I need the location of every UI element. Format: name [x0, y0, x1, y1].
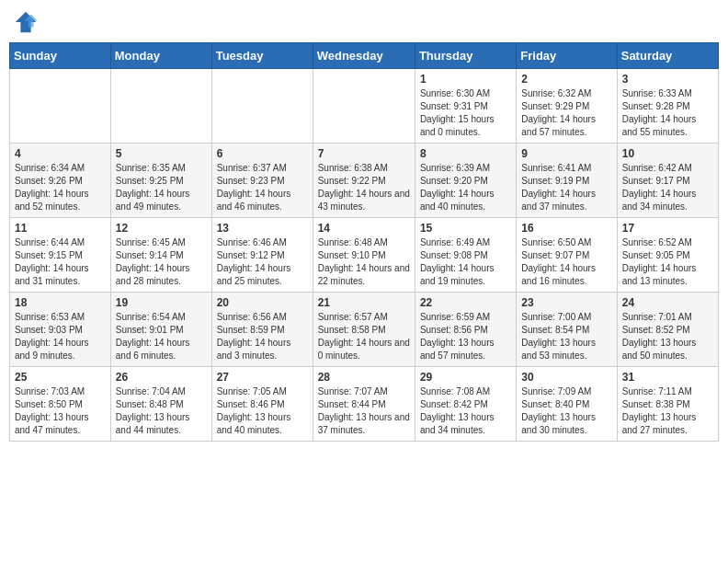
- day-info: Sunrise: 6:54 AM Sunset: 9:01 PM Dayligh…: [116, 311, 207, 362]
- day-number: 30: [521, 371, 611, 384]
- calendar-cell: 11Sunrise: 6:44 AM Sunset: 9:15 PM Dayli…: [10, 218, 111, 293]
- calendar-cell: 20Sunrise: 6:56 AM Sunset: 8:59 PM Dayli…: [211, 293, 313, 367]
- calendar-cell: 8Sunrise: 6:39 AM Sunset: 9:20 PM Daylig…: [415, 144, 516, 218]
- page-header: [9, 9, 719, 35]
- logo-icon: [13, 9, 39, 35]
- day-info: Sunrise: 7:05 AM Sunset: 8:46 PM Dayligh…: [217, 385, 308, 437]
- calendar-cell: 7Sunrise: 6:38 AM Sunset: 9:22 PM Daylig…: [313, 144, 415, 218]
- day-info: Sunrise: 6:37 AM Sunset: 9:23 PM Dayligh…: [217, 162, 308, 213]
- calendar-week-1: 1Sunrise: 6:30 AM Sunset: 9:31 PM Daylig…: [10, 69, 719, 144]
- day-info: Sunrise: 7:07 AM Sunset: 8:44 PM Dayligh…: [318, 385, 410, 437]
- calendar-cell: 14Sunrise: 6:48 AM Sunset: 9:10 PM Dayli…: [313, 218, 415, 293]
- day-number: 26: [116, 371, 207, 384]
- day-number: 3: [622, 73, 713, 86]
- calendar-week-2: 4Sunrise: 6:34 AM Sunset: 9:26 PM Daylig…: [10, 144, 719, 218]
- day-info: Sunrise: 7:00 AM Sunset: 8:54 PM Dayligh…: [521, 311, 611, 362]
- day-number: 21: [318, 296, 410, 309]
- calendar-week-5: 25Sunrise: 7:03 AM Sunset: 8:50 PM Dayli…: [10, 367, 719, 442]
- day-info: Sunrise: 6:39 AM Sunset: 9:20 PM Dayligh…: [420, 162, 511, 213]
- calendar-cell: 2Sunrise: 6:32 AM Sunset: 9:29 PM Daylig…: [517, 69, 617, 144]
- day-info: Sunrise: 6:50 AM Sunset: 9:07 PM Dayligh…: [521, 236, 611, 288]
- day-number: 18: [15, 296, 106, 309]
- calendar-week-4: 18Sunrise: 6:53 AM Sunset: 9:03 PM Dayli…: [10, 293, 719, 367]
- calendar-cell: 3Sunrise: 6:33 AM Sunset: 9:28 PM Daylig…: [617, 69, 718, 144]
- day-info: Sunrise: 6:42 AM Sunset: 9:17 PM Dayligh…: [622, 162, 713, 213]
- calendar-header: SundayMondayTuesdayWednesdayThursdayFrid…: [10, 43, 719, 69]
- calendar-cell: 19Sunrise: 6:54 AM Sunset: 9:01 PM Dayli…: [110, 293, 211, 367]
- logo: [13, 9, 42, 35]
- calendar-cell: 25Sunrise: 7:03 AM Sunset: 8:50 PM Dayli…: [10, 367, 111, 442]
- calendar-table: SundayMondayTuesdayWednesdayThursdayFrid…: [9, 42, 719, 442]
- calendar-cell: 30Sunrise: 7:09 AM Sunset: 8:40 PM Dayli…: [517, 367, 617, 442]
- day-info: Sunrise: 6:34 AM Sunset: 9:26 PM Dayligh…: [15, 162, 106, 213]
- day-info: Sunrise: 6:53 AM Sunset: 9:03 PM Dayligh…: [15, 311, 106, 362]
- calendar-cell: 15Sunrise: 6:49 AM Sunset: 9:08 PM Dayli…: [415, 218, 516, 293]
- day-number: 19: [116, 296, 207, 309]
- day-info: Sunrise: 6:30 AM Sunset: 9:31 PM Dayligh…: [420, 87, 511, 139]
- day-info: Sunrise: 6:59 AM Sunset: 8:56 PM Dayligh…: [420, 311, 511, 362]
- day-number: 25: [15, 371, 106, 384]
- day-number: 4: [15, 147, 106, 160]
- day-info: Sunrise: 6:35 AM Sunset: 9:25 PM Dayligh…: [116, 162, 207, 213]
- day-info: Sunrise: 7:11 AM Sunset: 8:38 PM Dayligh…: [622, 385, 713, 437]
- calendar-cell: 22Sunrise: 6:59 AM Sunset: 8:56 PM Dayli…: [415, 293, 516, 367]
- day-info: Sunrise: 6:52 AM Sunset: 9:05 PM Dayligh…: [622, 236, 713, 288]
- calendar-cell: 26Sunrise: 7:04 AM Sunset: 8:48 PM Dayli…: [110, 367, 211, 442]
- day-info: Sunrise: 6:33 AM Sunset: 9:28 PM Dayligh…: [622, 87, 713, 139]
- day-of-week-friday: Friday: [517, 43, 617, 69]
- day-number: 7: [318, 147, 410, 160]
- calendar-cell: 21Sunrise: 6:57 AM Sunset: 8:58 PM Dayli…: [313, 293, 415, 367]
- day-number: 20: [217, 296, 308, 309]
- calendar-cell: [10, 69, 111, 144]
- calendar-cell: 23Sunrise: 7:00 AM Sunset: 8:54 PM Dayli…: [517, 293, 617, 367]
- day-number: 6: [217, 147, 308, 160]
- calendar-cell: 6Sunrise: 6:37 AM Sunset: 9:23 PM Daylig…: [211, 144, 313, 218]
- day-of-week-tuesday: Tuesday: [211, 43, 313, 69]
- day-of-week-monday: Monday: [110, 43, 211, 69]
- day-number: 12: [116, 222, 207, 235]
- day-number: 22: [420, 296, 511, 309]
- day-number: 1: [420, 73, 511, 86]
- calendar-cell: [211, 69, 313, 144]
- day-info: Sunrise: 7:03 AM Sunset: 8:50 PM Dayligh…: [15, 385, 106, 437]
- day-number: 15: [420, 222, 511, 235]
- day-number: 8: [420, 147, 511, 160]
- calendar-cell: [110, 69, 211, 144]
- day-info: Sunrise: 7:04 AM Sunset: 8:48 PM Dayligh…: [116, 385, 207, 437]
- calendar-cell: 13Sunrise: 6:46 AM Sunset: 9:12 PM Dayli…: [211, 218, 313, 293]
- day-of-week-sunday: Sunday: [10, 43, 111, 69]
- day-number: 28: [318, 371, 410, 384]
- days-of-week-row: SundayMondayTuesdayWednesdayThursdayFrid…: [10, 43, 719, 69]
- calendar-cell: 12Sunrise: 6:45 AM Sunset: 9:14 PM Dayli…: [110, 218, 211, 293]
- day-number: 2: [521, 73, 611, 86]
- day-number: 27: [217, 371, 308, 384]
- day-info: Sunrise: 6:49 AM Sunset: 9:08 PM Dayligh…: [420, 236, 511, 288]
- calendar-cell: 24Sunrise: 7:01 AM Sunset: 8:52 PM Dayli…: [617, 293, 718, 367]
- day-number: 16: [521, 222, 611, 235]
- calendar-cell: 5Sunrise: 6:35 AM Sunset: 9:25 PM Daylig…: [110, 144, 211, 218]
- calendar-cell: 31Sunrise: 7:11 AM Sunset: 8:38 PM Dayli…: [617, 367, 718, 442]
- day-info: Sunrise: 6:45 AM Sunset: 9:14 PM Dayligh…: [116, 236, 207, 288]
- day-info: Sunrise: 6:41 AM Sunset: 9:19 PM Dayligh…: [521, 162, 611, 213]
- day-number: 23: [521, 296, 611, 309]
- calendar-cell: 29Sunrise: 7:08 AM Sunset: 8:42 PM Dayli…: [415, 367, 516, 442]
- day-number: 31: [622, 371, 713, 384]
- calendar-cell: 9Sunrise: 6:41 AM Sunset: 9:19 PM Daylig…: [517, 144, 617, 218]
- day-of-week-thursday: Thursday: [415, 43, 516, 69]
- day-info: Sunrise: 6:56 AM Sunset: 8:59 PM Dayligh…: [217, 311, 308, 362]
- day-number: 10: [622, 147, 713, 160]
- calendar-cell: [313, 69, 415, 144]
- day-info: Sunrise: 6:46 AM Sunset: 9:12 PM Dayligh…: [217, 236, 308, 288]
- day-number: 5: [116, 147, 207, 160]
- day-number: 29: [420, 371, 511, 384]
- calendar-week-3: 11Sunrise: 6:44 AM Sunset: 9:15 PM Dayli…: [10, 218, 719, 293]
- day-info: Sunrise: 6:38 AM Sunset: 9:22 PM Dayligh…: [318, 162, 410, 213]
- calendar-cell: 10Sunrise: 6:42 AM Sunset: 9:17 PM Dayli…: [617, 144, 718, 218]
- day-number: 11: [15, 222, 106, 235]
- calendar-cell: 18Sunrise: 6:53 AM Sunset: 9:03 PM Dayli…: [10, 293, 111, 367]
- day-info: Sunrise: 7:08 AM Sunset: 8:42 PM Dayligh…: [420, 385, 511, 437]
- calendar-cell: 17Sunrise: 6:52 AM Sunset: 9:05 PM Dayli…: [617, 218, 718, 293]
- day-number: 14: [318, 222, 410, 235]
- day-number: 9: [521, 147, 611, 160]
- day-info: Sunrise: 6:57 AM Sunset: 8:58 PM Dayligh…: [318, 311, 410, 362]
